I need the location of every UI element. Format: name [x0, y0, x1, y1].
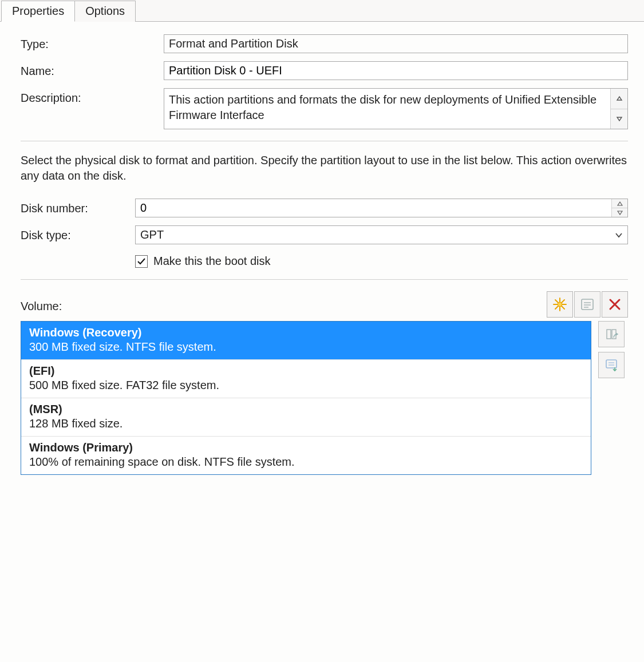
volume-item-name: Windows (Primary) [29, 441, 583, 454]
disk-number-label: Disk number: [21, 199, 135, 215]
volume-label: Volume: [21, 296, 546, 313]
description-scroll[interactable] [610, 89, 627, 129]
svg-rect-11 [607, 330, 611, 339]
description-label: Description: [21, 88, 164, 105]
volume-item[interactable]: (EFI)500 MB fixed size. FAT32 file syste… [21, 360, 591, 398]
move-down-button[interactable] [598, 352, 625, 378]
boot-disk-checkbox[interactable]: Make this the boot disk [135, 255, 628, 268]
instruction-text: Select the physical disk to format and p… [21, 153, 628, 184]
spin-up-icon[interactable] [612, 199, 627, 208]
delete-icon [607, 296, 623, 312]
move-up-icon [603, 326, 619, 342]
description-text[interactable]: This action partitions and formats the d… [164, 89, 610, 129]
volume-item-detail: 128 MB fixed size. [29, 417, 583, 430]
volume-item[interactable]: (MSR)128 MB fixed size. [21, 398, 591, 437]
description-field[interactable]: This action partitions and formats the d… [164, 88, 628, 129]
type-label: Type: [21, 34, 164, 51]
volume-item-detail: 300 MB fixed size. NTFS file system. [29, 340, 583, 354]
scroll-down-icon[interactable] [611, 109, 627, 129]
disk-type-label: Disk type: [21, 225, 135, 242]
volume-item-detail: 500 MB fixed size. FAT32 file system. [29, 379, 583, 392]
disk-number-input[interactable] [135, 199, 628, 217]
tab-properties[interactable]: Properties [1, 1, 75, 22]
properties-icon [579, 296, 595, 312]
svg-rect-5 [582, 299, 593, 310]
tabs-bar: Properties Options [0, 0, 644, 22]
volume-item[interactable]: Windows (Recovery)300 MB fixed size. NTF… [21, 322, 591, 360]
properties-panel: Type: Format and Partition Disk Name: De… [0, 22, 644, 485]
volume-item-detail: 100% of remaining space on disk. NTFS fi… [29, 455, 583, 469]
svg-point-4 [558, 302, 562, 307]
delete-volume-button[interactable] [602, 291, 628, 318]
volume-list[interactable]: Windows (Recovery)300 MB fixed size. NTF… [21, 321, 591, 475]
disk-number-value[interactable] [136, 199, 611, 217]
tab-options[interactable]: Options [74, 1, 136, 22]
divider [21, 279, 628, 280]
chevron-down-icon[interactable] [610, 226, 627, 244]
type-field: Format and Partition Disk [164, 34, 628, 53]
volume-properties-button[interactable] [574, 291, 600, 318]
move-up-button[interactable] [598, 321, 625, 347]
volume-item-name: (EFI) [29, 364, 583, 378]
volume-item-name: Windows (Recovery) [29, 326, 583, 339]
svg-rect-13 [606, 360, 617, 368]
checkbox-icon[interactable] [135, 255, 148, 268]
scroll-up-icon[interactable] [611, 89, 627, 109]
disk-type-select[interactable]: GPT [135, 225, 628, 244]
boot-disk-label: Make this the boot disk [153, 255, 271, 268]
volume-item[interactable]: Windows (Primary)100% of remaining space… [21, 437, 591, 474]
new-volume-button[interactable] [547, 291, 573, 318]
volume-item-name: (MSR) [29, 403, 583, 416]
name-input[interactable] [164, 61, 628, 80]
spin-down-icon[interactable] [612, 208, 627, 217]
disk-type-value: GPT [136, 226, 610, 244]
new-icon [552, 296, 568, 312]
name-label: Name: [21, 61, 164, 78]
divider [21, 141, 628, 141]
move-down-icon [603, 357, 619, 373]
